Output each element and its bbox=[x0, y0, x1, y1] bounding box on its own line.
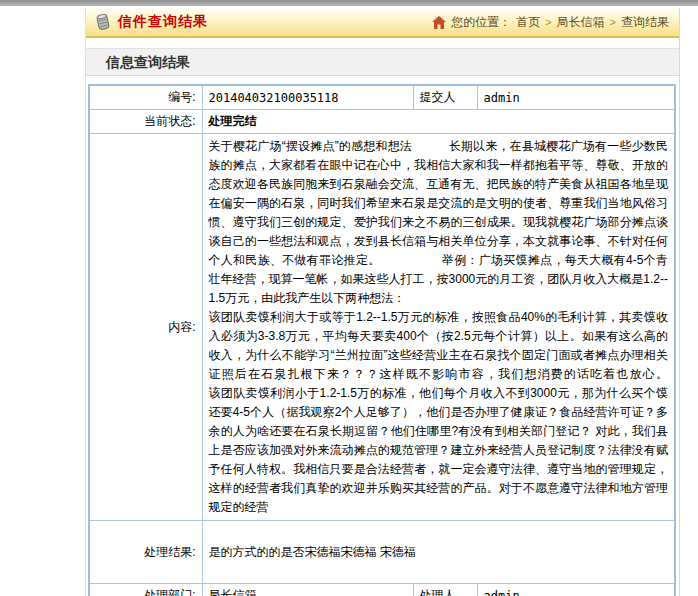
section-title: 信息查询结果 bbox=[106, 54, 190, 70]
content-label: 内容: bbox=[89, 134, 202, 521]
table-row-status: 当前状态: 处理完结 bbox=[89, 110, 675, 134]
table-row-result: 处理结果: 是的方式的的是否宋德福宋德福 宋德福 bbox=[89, 521, 675, 584]
breadcrumb-link-result[interactable]: 查询结果 bbox=[621, 14, 669, 31]
department-value: 局长信箱 bbox=[202, 584, 413, 596]
breadcrumb: 您的位置： 首页 > 局长信箱 > 查询结果 bbox=[432, 14, 669, 31]
result-table: 编号: 201404032100035118 提交人 admin 当前状态: 处… bbox=[88, 84, 676, 596]
submitter-label: 提交人 bbox=[413, 85, 477, 110]
table-row-content: 内容: 关于樱花广场“摆设摊点”的感想和想法 长期以来，在县城樱花广场有一些少数… bbox=[89, 134, 675, 521]
breadcrumb-prefix: 您的位置： bbox=[451, 14, 511, 31]
result-value: 是的方式的的是否宋德福宋德福 宋德福 bbox=[202, 521, 675, 584]
home-icon bbox=[432, 16, 446, 29]
header-title-group: 信件查询结果 bbox=[94, 13, 208, 31]
mail-icon bbox=[94, 13, 112, 31]
page-title: 信件查询结果 bbox=[118, 13, 208, 31]
breadcrumb-link-home[interactable]: 首页 bbox=[516, 14, 540, 31]
breadcrumb-separator: > bbox=[610, 16, 616, 28]
top-divider bbox=[0, 0, 698, 6]
page-header: 信件查询结果 您的位置： 首页 > 局长信箱 > 查询结果 bbox=[86, 8, 679, 38]
breadcrumb-link-mailbox[interactable]: 局长信箱 bbox=[557, 14, 605, 31]
breadcrumb-separator: > bbox=[545, 16, 551, 28]
page-container: 信件查询结果 您的位置： 首页 > 局长信箱 > 查询结果 信息查询结果 编号:… bbox=[85, 8, 680, 596]
status-value: 处理完结 bbox=[202, 110, 675, 134]
status-label: 当前状态: bbox=[89, 110, 202, 134]
department-label: 处理部门: bbox=[89, 584, 202, 596]
content-value: 关于樱花广场“摆设摊点”的感想和想法 长期以来，在县城樱花广场有一些少数民族的摊… bbox=[202, 134, 675, 521]
section-title-bar: 信息查询结果 bbox=[86, 48, 679, 76]
number-label: 编号: bbox=[89, 85, 202, 110]
handler-label: 处理人 bbox=[413, 584, 477, 596]
table-row-number: 编号: 201404032100035118 提交人 admin bbox=[89, 85, 675, 110]
number-value: 201404032100035118 bbox=[202, 85, 413, 110]
handler-value: admin bbox=[477, 584, 675, 596]
table-row-department: 处理部门: 局长信箱 处理人 admin bbox=[89, 584, 675, 596]
submitter-value: admin bbox=[477, 85, 675, 110]
result-label: 处理结果: bbox=[89, 521, 202, 584]
